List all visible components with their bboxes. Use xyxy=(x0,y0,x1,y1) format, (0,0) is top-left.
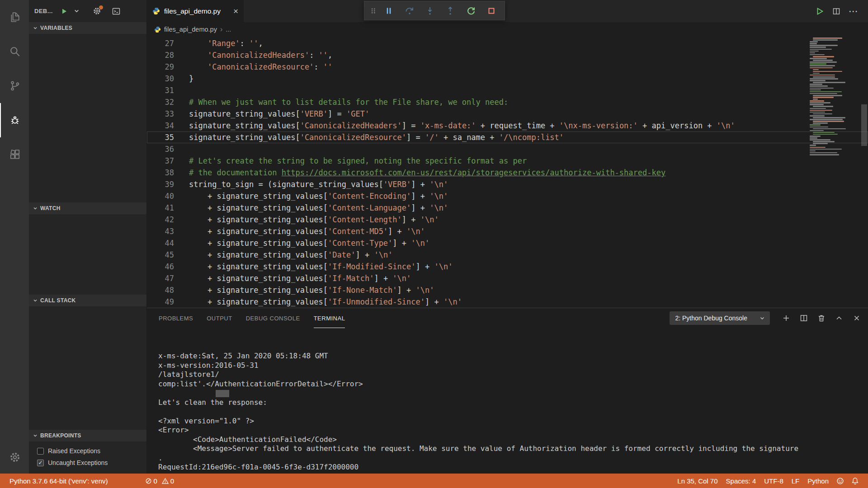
status-item[interactable]: UTF-8 xyxy=(760,477,788,485)
more-actions-icon[interactable]: ⋯ xyxy=(849,6,858,17)
code-line-42: 42 + signature_string_values['Content-Le… xyxy=(147,214,868,225)
restart-icon[interactable] xyxy=(462,3,481,19)
panel-tab-terminal[interactable]: TERMINAL xyxy=(314,308,345,328)
panel-tab-output[interactable]: OUTPUT xyxy=(207,308,232,328)
terminal-line: /latajlstore1/ xyxy=(158,370,868,380)
python-file-icon xyxy=(154,26,161,33)
tab-close-icon[interactable]: × xyxy=(233,7,238,15)
pause-icon[interactable] xyxy=(379,3,398,19)
debug-console-icon[interactable] xyxy=(112,7,121,16)
minimap[interactable] xyxy=(808,38,855,156)
minimap-line xyxy=(810,52,815,54)
minimap-line xyxy=(813,134,838,135)
section-label: BREAKPOINTS xyxy=(40,432,81,439)
code-editor[interactable]: 27 'Range': '',28 'CanonicalizedHeaders'… xyxy=(147,37,868,308)
stop-icon[interactable] xyxy=(482,3,501,19)
minimap-line xyxy=(810,88,834,89)
split-editor-icon[interactable] xyxy=(832,7,840,15)
breakpoints-section-header[interactable]: BREAKPOINTS xyxy=(29,430,146,441)
status-item[interactable]: Python xyxy=(803,477,833,485)
run-debug-icon[interactable] xyxy=(0,103,29,137)
code-line-48: 48 + signature_string_values['If-None-Ma… xyxy=(147,284,868,296)
step-over-icon[interactable] xyxy=(400,3,419,19)
minimap-line xyxy=(813,106,833,107)
terminal-picker-dropdown[interactable]: 2: Python Debug Console xyxy=(670,311,770,325)
minimap-line xyxy=(810,110,832,111)
watch-section-header[interactable]: WATCH xyxy=(29,202,146,214)
panel-tab-problems[interactable]: PROBLEMS xyxy=(159,308,193,328)
scrollbar-thumb[interactable] xyxy=(861,104,867,146)
minimap-line xyxy=(810,63,826,65)
tab-files-api-demo[interactable]: files_api_demo.py × xyxy=(147,0,244,22)
notifications-bell-icon[interactable] xyxy=(848,477,863,485)
line-number: 39 xyxy=(147,178,189,190)
variables-section-header[interactable]: VARIABLES xyxy=(29,22,146,34)
status-item[interactable]: LF xyxy=(788,477,804,485)
breadcrumb-symbol[interactable]: ... xyxy=(226,26,231,33)
line-number: 36 xyxy=(147,143,189,155)
maximize-panel-chevron-up-icon[interactable] xyxy=(835,314,843,322)
code-text: # Let's create the string to be signed, … xyxy=(189,155,527,167)
minimap-line xyxy=(813,122,828,124)
terminal-line: RequestId:216ed96c-f01a-0045-6f3e-d317f2… xyxy=(158,463,868,472)
breadcrumb-file[interactable]: files_api_demo.py xyxy=(164,26,217,33)
breakpoint-item[interactable]: Raised Exceptions xyxy=(29,445,146,457)
debug-settings-gear-icon[interactable] xyxy=(93,7,101,15)
activity-bar xyxy=(0,0,29,474)
variables-body xyxy=(29,34,146,202)
split-terminal-icon[interactable] xyxy=(800,314,808,322)
debug-config-chevron-down-icon[interactable] xyxy=(74,8,80,14)
watch-body xyxy=(29,214,146,295)
code-line-32: 32# When we just want to list details fo… xyxy=(147,96,868,108)
status-item[interactable]: Ln 35, Col 70 xyxy=(673,477,722,485)
status-item[interactable]: Spaces: 4 xyxy=(722,477,760,485)
toolbar-gripper-icon[interactable] xyxy=(368,6,378,16)
files-explorer-icon[interactable] xyxy=(0,0,29,34)
feedback-smiley-icon[interactable] xyxy=(833,477,848,485)
source-control-icon[interactable] xyxy=(0,69,29,103)
new-terminal-plus-icon[interactable] xyxy=(782,314,790,322)
step-out-icon[interactable] xyxy=(441,3,460,19)
search-icon[interactable] xyxy=(0,34,29,69)
kill-terminal-trash-icon[interactable] xyxy=(817,314,826,322)
code-text: + signature_string_values['Content-Encod… xyxy=(189,190,448,202)
line-number: 31 xyxy=(147,84,189,96)
checkbox-checked-icon[interactable]: ✓ xyxy=(37,460,44,466)
minimap-line xyxy=(810,45,838,46)
terminal-output[interactable]: x-ms-date:Sat, 25 Jan 2020 05:18:48 GMTx… xyxy=(147,328,868,474)
minimap-line xyxy=(810,108,826,109)
code-text: 'Range': '', xyxy=(189,38,263,49)
gear-badge xyxy=(99,5,103,9)
terminal-line: x-ms-version:2016-05-31 xyxy=(158,361,868,371)
terminal-line: x-ms-date:Sat, 25 Jan 2020 05:18:48 GMT xyxy=(158,352,868,361)
python-interpreter-status[interactable]: Python 3.7.6 64-bit ('venv': venv) xyxy=(5,474,112,488)
code-line-27: 27 'Range': '', xyxy=(147,38,868,49)
problems-status[interactable]: 0 0 xyxy=(141,474,181,488)
minimap-line xyxy=(813,69,819,70)
settings-gear-icon[interactable] xyxy=(0,441,29,474)
breakpoint-item[interactable]: ✓Uncaught Exceptions xyxy=(29,457,146,469)
step-into-icon[interactable] xyxy=(420,3,439,19)
line-number: 41 xyxy=(147,202,189,214)
checkbox-unchecked-icon[interactable] xyxy=(37,448,44,455)
panel-tab-debug-console[interactable]: DEBUG CONSOLE xyxy=(246,308,300,328)
breadcrumb: files_api_demo.py › ... xyxy=(147,22,868,37)
code-link[interactable]: https://docs.microsoft.com/en-us/rest/ap… xyxy=(282,168,666,177)
minimap-line xyxy=(810,119,843,120)
close-panel-icon[interactable] xyxy=(853,314,861,322)
call-stack-section-header[interactable]: CALL STACK xyxy=(29,295,146,306)
minimap-line xyxy=(810,49,832,50)
debug-view-title: DEB... xyxy=(34,8,53,14)
code-text: + signature_string_values['Content-Lengt… xyxy=(189,214,439,225)
minimap-line xyxy=(810,115,825,117)
run-python-file-icon[interactable] xyxy=(815,7,824,16)
extensions-icon[interactable] xyxy=(0,137,29,172)
code-line-33: 33signature_string_values['VERB'] = 'GET… xyxy=(147,108,868,120)
minimap-line xyxy=(810,145,816,146)
minimap-line xyxy=(810,127,828,128)
minimap-line xyxy=(810,147,826,148)
tab-label: files_api_demo.py xyxy=(164,7,221,15)
python-file-icon xyxy=(152,7,160,15)
warning-count: 0 xyxy=(170,477,174,485)
debug-start-icon[interactable] xyxy=(61,8,68,15)
